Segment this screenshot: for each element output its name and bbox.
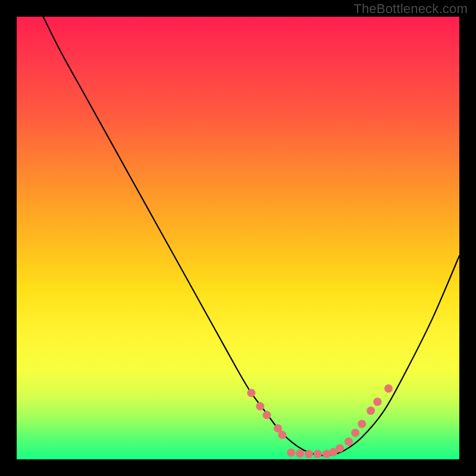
curve-marker xyxy=(247,389,255,397)
curve-marker xyxy=(345,437,353,446)
curve-marker xyxy=(373,397,381,406)
plot-area xyxy=(17,17,459,459)
curve-marker xyxy=(305,450,313,458)
curve-marker xyxy=(358,420,366,428)
curve-marker xyxy=(287,449,295,457)
curve-marker xyxy=(256,402,264,411)
watermark-text: TheBottleneck.com xyxy=(353,1,468,17)
curve-marker xyxy=(314,450,322,458)
curve-marker xyxy=(296,449,304,458)
curve-marker xyxy=(336,444,344,452)
chart-svg xyxy=(17,17,459,459)
curve-marker xyxy=(278,431,286,439)
curve-markers xyxy=(247,384,393,458)
curve-marker xyxy=(351,428,359,437)
curve-marker xyxy=(367,406,375,415)
curve-marker xyxy=(262,411,271,419)
curve-marker xyxy=(384,384,393,393)
chart-frame: TheBottleneck.com xyxy=(0,0,476,476)
